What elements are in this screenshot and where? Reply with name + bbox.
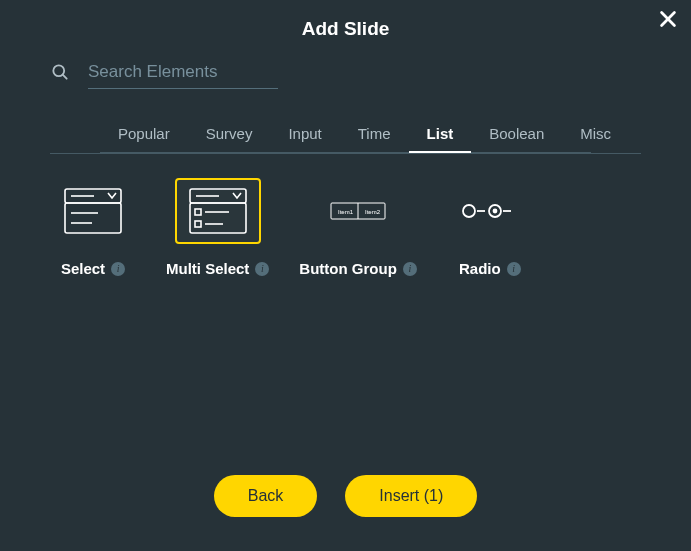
svg-point-23: [492, 209, 497, 214]
insert-button[interactable]: Insert (1): [345, 475, 477, 517]
element-select[interactable]: Select i: [50, 178, 136, 277]
element-label: Radio: [459, 260, 501, 277]
svg-rect-14: [195, 221, 201, 227]
multi-select-thumb-icon: [175, 178, 261, 244]
tabs: Popular Survey Input Time List Boolean M…: [50, 117, 641, 154]
tab-popular[interactable]: Popular: [100, 117, 188, 152]
tab-time[interactable]: Time: [340, 117, 409, 152]
search-icon: [50, 62, 70, 86]
radio-thumb-icon: [447, 178, 533, 244]
tab-input[interactable]: Input: [270, 117, 339, 152]
element-grid: Select i Multi Select i: [0, 154, 691, 465]
add-slide-modal: Add Slide Popular Survey Input Time List…: [0, 0, 691, 551]
info-icon[interactable]: i: [111, 262, 125, 276]
info-icon[interactable]: i: [403, 262, 417, 276]
info-icon[interactable]: i: [507, 262, 521, 276]
element-multi-select[interactable]: Multi Select i: [166, 178, 269, 277]
close-button[interactable]: [657, 8, 679, 34]
svg-point-20: [463, 205, 475, 217]
element-label: Multi Select: [166, 260, 249, 277]
svg-line-3: [63, 74, 67, 78]
close-icon: [657, 8, 679, 30]
tab-boolean[interactable]: Boolean: [471, 117, 562, 152]
element-radio[interactable]: Radio i: [447, 178, 533, 277]
info-icon[interactable]: i: [255, 262, 269, 276]
tab-misc[interactable]: Misc: [562, 117, 629, 152]
button-group-thumb-icon: Item1 Item2: [315, 178, 401, 244]
select-thumb-icon: [50, 178, 136, 244]
element-button-group[interactable]: Item1 Item2 Button Group i: [299, 178, 416, 277]
modal-title: Add Slide: [0, 18, 691, 40]
svg-rect-12: [195, 209, 201, 215]
modal-footer: Back Insert (1): [0, 465, 691, 551]
tab-list[interactable]: List: [409, 117, 472, 152]
svg-rect-11: [190, 203, 246, 233]
back-button[interactable]: Back: [214, 475, 318, 517]
search-input[interactable]: [88, 58, 278, 89]
search-row: [0, 58, 691, 89]
element-label: Select: [61, 260, 105, 277]
tab-survey[interactable]: Survey: [188, 117, 271, 152]
element-label: Button Group: [299, 260, 396, 277]
svg-text:Item2: Item2: [365, 209, 381, 215]
svg-rect-6: [65, 203, 121, 233]
svg-text:Item1: Item1: [338, 209, 354, 215]
